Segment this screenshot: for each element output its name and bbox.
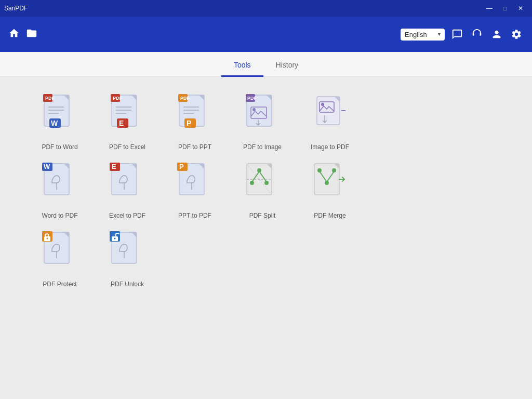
tool-pdf-to-word[interactable]: PDF W PDF to Word	[31, 92, 88, 151]
chat-icon[interactable]	[450, 27, 464, 42]
tool-row-3: PDF Protect PDF Unlock	[31, 230, 501, 288]
tool-pdf-to-image-icon: PDF	[242, 92, 283, 139]
header-right: English Chinese Japanese Korean	[401, 27, 524, 42]
tool-row-1: PDF W PDF to Word PDF	[31, 92, 501, 151]
header-left	[8, 28, 37, 42]
svg-text:PDF: PDF	[180, 96, 190, 101]
tool-pdf-unlock-label: PDF Unlock	[111, 281, 144, 288]
tool-pdf-to-ppt-label: PDF to PPT	[178, 143, 211, 151]
tab-history[interactable]: History	[263, 55, 311, 77]
user-icon[interactable]	[489, 27, 504, 42]
tool-pdf-split-label: PDF Split	[249, 212, 276, 219]
tool-pdf-merge-label: PDF Merge	[314, 212, 345, 219]
main-content: PDF W PDF to Word PDF	[0, 77, 532, 399]
svg-point-53	[257, 168, 261, 172]
tool-pdf-to-ppt[interactable]: PDF P PDF to PPT	[166, 92, 223, 151]
svg-text:E: E	[119, 119, 124, 127]
tool-image-to-pdf-icon	[309, 92, 351, 139]
svg-text:PDF: PDF	[113, 96, 123, 101]
tool-ppt-to-pdf-icon: P	[174, 161, 216, 208]
tool-image-to-pdf[interactable]: Image to PDF	[301, 92, 358, 151]
tool-pdf-split[interactable]: PDF Split	[234, 161, 291, 219]
svg-point-54	[250, 181, 254, 185]
window-controls: — □ ✕	[482, 3, 528, 14]
svg-text:PDF: PDF	[247, 96, 257, 101]
tool-excel-to-pdf-label: Excel to PDF	[109, 212, 145, 219]
svg-text:W: W	[44, 163, 50, 170]
tool-pdf-to-ppt-icon: PDF P	[174, 92, 216, 139]
tool-pdf-split-icon	[242, 161, 283, 208]
svg-point-59	[317, 168, 322, 172]
svg-text:P: P	[187, 119, 191, 127]
tab-tools[interactable]: Tools	[221, 55, 263, 77]
folder-icon[interactable]	[26, 28, 37, 42]
settings-icon[interactable]	[509, 27, 524, 42]
tool-pdf-to-image-label: PDF to Image	[243, 143, 282, 151]
tool-pdf-merge[interactable]: PDF Merge	[301, 161, 358, 219]
tool-word-to-pdf-icon: W	[39, 161, 81, 208]
tool-pdf-protect[interactable]: PDF Protect	[31, 230, 88, 288]
tool-pdf-unlock[interactable]: PDF Unlock	[99, 230, 156, 288]
tab-bar: Tools History	[0, 52, 532, 77]
app-title: SanPDF	[4, 5, 482, 12]
svg-text:P: P	[179, 163, 184, 170]
tool-row-2: W Word to PDF E Excel to P	[31, 161, 501, 219]
svg-point-66	[47, 238, 48, 240]
tool-excel-to-pdf[interactable]: E Excel to PDF	[99, 161, 156, 219]
language-selector[interactable]: English Chinese Japanese Korean	[401, 29, 445, 41]
tool-excel-to-pdf-icon: E	[107, 161, 148, 208]
home-icon[interactable]	[8, 28, 20, 42]
tool-pdf-to-word-label: PDF to Word	[42, 143, 77, 151]
tool-pdf-protect-label: PDF Protect	[43, 281, 76, 288]
svg-point-60	[332, 168, 336, 172]
maximize-button[interactable]: □	[498, 3, 512, 14]
svg-point-55	[264, 181, 269, 185]
tool-image-to-pdf-label: Image to PDF	[311, 143, 349, 151]
close-button[interactable]: ✕	[513, 3, 528, 14]
tool-pdf-to-excel[interactable]: PDF E PDF to Excel	[99, 92, 156, 151]
tool-word-to-pdf-label: Word to PDF	[42, 212, 77, 219]
tool-word-to-pdf[interactable]: W Word to PDF	[31, 161, 88, 219]
headset-icon[interactable]	[470, 27, 484, 42]
tool-pdf-protect-icon	[39, 230, 81, 276]
svg-text:PDF: PDF	[45, 96, 55, 101]
tool-pdf-unlock-icon	[107, 230, 148, 276]
svg-text:E: E	[112, 163, 116, 170]
tool-pdf-to-word-icon: PDF W	[39, 92, 81, 139]
svg-point-61	[325, 181, 329, 185]
tool-ppt-to-pdf[interactable]: P PPT to PDF	[166, 161, 223, 219]
svg-point-71	[114, 238, 116, 240]
title-bar: SanPDF — □ ✕	[0, 0, 532, 17]
svg-text:W: W	[51, 119, 58, 127]
tool-pdf-merge-icon	[309, 161, 351, 208]
header: English Chinese Japanese Korean	[0, 17, 532, 52]
tool-pdf-to-excel-icon: PDF E	[107, 92, 148, 139]
tool-pdf-to-image[interactable]: PDF PDF to Image	[234, 92, 291, 151]
tool-pdf-to-excel-label: PDF to Excel	[109, 143, 145, 151]
language-dropdown[interactable]: English Chinese Japanese Korean	[401, 29, 445, 41]
svg-rect-57	[314, 164, 339, 195]
tool-ppt-to-pdf-label: PPT to PDF	[178, 212, 211, 219]
minimize-button[interactable]: —	[482, 3, 497, 14]
